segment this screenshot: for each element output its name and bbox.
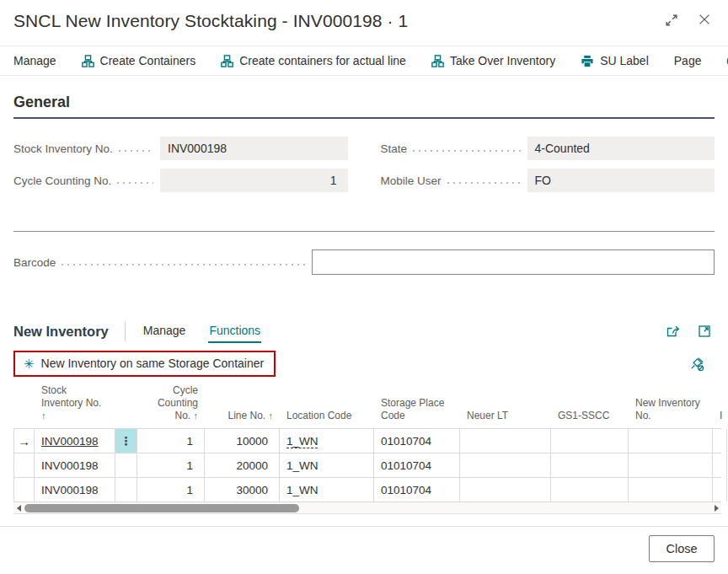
- cell-cycle-counting-no[interactable]: 1: [137, 453, 205, 477]
- general-section-heading: General: [13, 94, 715, 119]
- table-row: INV000198 1 20000 1_WN 01010704: [13, 453, 721, 478]
- cell-new-inventory-no[interactable]: [629, 429, 713, 453]
- cell-storage-place-code[interactable]: 01010704: [374, 429, 460, 453]
- containers-icon: [431, 55, 444, 67]
- field-value-state: 4-Counted: [527, 137, 715, 160]
- dotted-leader: [119, 150, 153, 153]
- scroll-left-icon[interactable]: [13, 502, 24, 514]
- cell-stock-inventory-no[interactable]: INV000198: [35, 478, 115, 502]
- toolbar-label: Page: [674, 54, 702, 67]
- header-cycle-counting-no[interactable]: Cycle Counting No. ↑: [137, 381, 205, 428]
- cell-truncated[interactable]: [713, 453, 727, 477]
- lines-part-header: New Inventory Manage Functions: [13, 319, 715, 343]
- barcode-field: Barcode: [13, 249, 715, 275]
- cell-line-no[interactable]: 10000: [205, 429, 280, 453]
- expand-dialog-icon[interactable]: [664, 13, 679, 28]
- toolbar-label: Take Over Inventory: [450, 54, 555, 67]
- vertical-divider: [125, 321, 126, 341]
- field-label: Mobile User: [381, 174, 442, 187]
- close-button[interactable]: Close: [649, 535, 715, 562]
- new-inventory-same-container-action[interactable]: New Inventory on same Storage Container: [41, 357, 265, 370]
- part-title: New Inventory: [13, 324, 109, 340]
- toolbar-item-su-label[interactable]: SU Label: [581, 54, 649, 67]
- row-menu-button[interactable]: ⋮: [115, 429, 137, 453]
- lines-table: Stock Inventory No. ↑ Cycle Counting No.…: [13, 381, 721, 514]
- close-dialog-icon[interactable]: [698, 13, 711, 28]
- field-stock-inventory-no: Stock Inventory No. INV000198: [13, 137, 348, 160]
- current-row-arrow-icon: →: [18, 434, 30, 448]
- header-gs1-sscc[interactable]: GS1-SSCC: [551, 406, 629, 428]
- header-neuer-lt[interactable]: Neuer LT: [460, 406, 551, 428]
- toolbar-item-take-over-inventory[interactable]: Take Over Inventory: [431, 54, 555, 67]
- functions-menu-row: ✳ New Inventory on same Storage Containe…: [13, 351, 715, 377]
- unpin-icon[interactable]: [690, 357, 715, 372]
- annotation-highlight-box: ✳ New Inventory on same Storage Containe…: [13, 351, 276, 377]
- dialog-footer: Close: [0, 526, 728, 574]
- dotted-leader: [117, 182, 153, 185]
- sort-asc-icon: ↑: [41, 410, 46, 421]
- row-selector-cell[interactable]: →: [13, 429, 35, 453]
- scrollbar-track[interactable]: [24, 502, 711, 514]
- header-stock-inventory-no[interactable]: Stock Inventory No. ↑: [35, 381, 115, 428]
- row-selector-cell[interactable]: [13, 453, 35, 477]
- horizontal-scrollbar[interactable]: [13, 502, 721, 514]
- row-menu-cell[interactable]: [115, 478, 137, 502]
- focus-mode-icon[interactable]: [698, 325, 711, 338]
- tab-manage[interactable]: Manage: [142, 320, 187, 343]
- cell-neuer-lt[interactable]: [460, 429, 551, 453]
- cell-truncated[interactable]: [713, 478, 727, 502]
- toolbar-item-create-containers[interactable]: Create Containers: [82, 54, 196, 67]
- cell-location-code[interactable]: 1_WN: [280, 453, 374, 477]
- cell-truncated[interactable]: [713, 429, 727, 453]
- field-value-mobile-user: FO: [527, 169, 715, 192]
- containers-icon: [221, 55, 233, 67]
- sparkle-icon: ✳: [24, 357, 35, 370]
- scrollbar-thumb[interactable]: [24, 504, 299, 512]
- scroll-right-icon[interactable]: [711, 502, 721, 514]
- barcode-input[interactable]: [312, 249, 715, 275]
- containers-icon: [82, 55, 94, 67]
- cell-storage-place-code[interactable]: 01010704: [374, 453, 460, 477]
- ellipsis-icon: ⋮: [120, 434, 132, 448]
- cell-cycle-counting-no[interactable]: 1: [137, 429, 205, 453]
- header-location-code[interactable]: Location Code: [280, 406, 374, 428]
- section-divider: [13, 231, 715, 232]
- cell-gs1-sscc[interactable]: [551, 453, 629, 477]
- dialog-titlebar: SNCL New Inventory Stocktaking - INV0001…: [0, 0, 728, 31]
- share-icon[interactable]: [666, 325, 681, 338]
- cell-line-no[interactable]: 20000: [205, 453, 280, 477]
- cell-new-inventory-no[interactable]: [629, 453, 713, 477]
- header-line-no[interactable]: Line No. ↑: [205, 406, 280, 428]
- toolbar-item-page[interactable]: Page: [674, 54, 702, 67]
- printer-icon: [581, 55, 594, 67]
- action-toolbar: Manage Create Containers Create containe…: [0, 46, 728, 76]
- cell-stock-inventory-no[interactable]: INV000198: [35, 453, 115, 477]
- row-selector-cell[interactable]: [13, 478, 35, 502]
- cell-storage-place-code[interactable]: 01010704: [374, 478, 460, 502]
- tab-functions[interactable]: Functions: [208, 320, 261, 343]
- cell-neuer-lt[interactable]: [460, 453, 551, 477]
- cell-line-no[interactable]: 30000: [205, 478, 280, 502]
- toolbar-item-manage[interactable]: Manage: [13, 54, 56, 67]
- cell-cycle-counting-no[interactable]: 1: [137, 478, 205, 502]
- cell-gs1-sscc[interactable]: [551, 478, 629, 502]
- cell-new-inventory-no[interactable]: [629, 478, 713, 502]
- field-cycle-counting-no: Cycle Counting No. 1: [13, 169, 348, 192]
- cell-neuer-lt[interactable]: [460, 478, 551, 502]
- sort-asc-icon: ↑: [269, 410, 274, 421]
- cell-gs1-sscc[interactable]: [551, 429, 629, 453]
- cell-location-code[interactable]: 1_WN: [280, 478, 374, 502]
- field-label: Cycle Counting No.: [13, 174, 111, 187]
- cell-location-code[interactable]: 1_WN: [280, 429, 374, 453]
- toolbar-item-create-containers-actual-line[interactable]: Create containers for actual line: [221, 54, 406, 67]
- header-new-inventory-no[interactable]: New Inventory No.: [629, 394, 713, 428]
- field-label: State: [381, 142, 408, 155]
- field-mobile-user: Mobile User FO: [381, 169, 715, 192]
- toolbar-label: Create Containers: [100, 54, 196, 67]
- toolbar-label: Create containers for actual line: [239, 54, 406, 67]
- row-menu-cell[interactable]: [115, 453, 137, 477]
- cell-stock-inventory-no[interactable]: INV000198: [35, 429, 115, 453]
- header-storage-place-code[interactable]: Storage Place Code: [374, 394, 460, 428]
- field-value-stock-inventory-no: INV000198: [160, 137, 348, 160]
- table-header-row: Stock Inventory No. ↑ Cycle Counting No.…: [13, 381, 721, 429]
